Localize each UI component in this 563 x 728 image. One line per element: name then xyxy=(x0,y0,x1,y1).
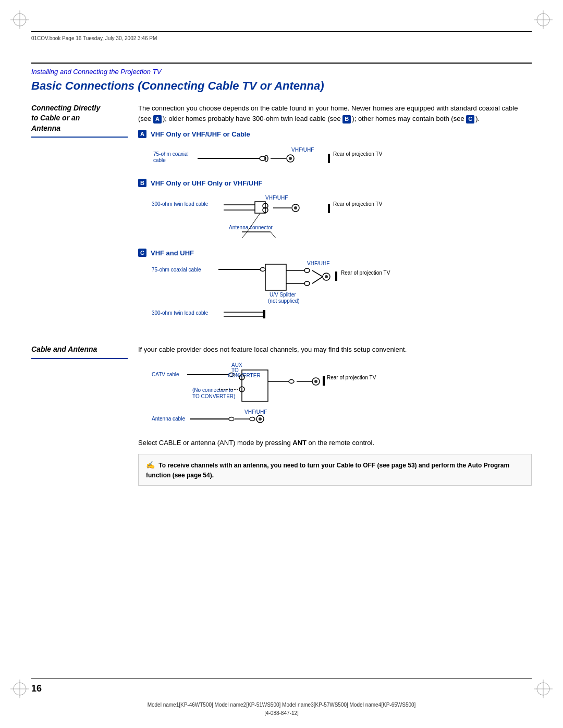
diagram-c-svg: 75-ohm coaxial cable U/V Splitter (not s… xyxy=(151,260,411,328)
diagram-a-area: 75-ohm coaxial cable xyxy=(151,141,532,172)
diagram-b-svg: 300-ohm twin lead cable xyxy=(151,190,401,242)
note-icon: ✍ xyxy=(146,460,155,471)
svg-text:VHF/UHF: VHF/UHF xyxy=(244,409,267,415)
section1-body: The connection you choose depends on the… xyxy=(138,103,532,125)
svg-point-49 xyxy=(304,281,310,286)
reg-mark-br xyxy=(533,678,554,699)
svg-text:CATV cable: CATV cable xyxy=(152,372,179,377)
svg-point-84 xyxy=(250,417,255,421)
diagram-c: C VHF and UHF 75-ohm coaxial cable U/V S… xyxy=(138,249,532,328)
svg-text:(No connection to: (No connection to xyxy=(192,387,234,393)
svg-text:Rear of projection TV: Rear of projection TV xyxy=(333,151,383,157)
svg-line-38 xyxy=(242,232,247,238)
diagram-b-title: VHF Only or UHF Only or VHF/UHF xyxy=(151,179,263,187)
svg-point-86 xyxy=(259,417,262,421)
svg-rect-79 xyxy=(323,376,325,386)
label-b: B xyxy=(342,115,351,124)
svg-line-39 xyxy=(271,232,276,238)
svg-rect-43 xyxy=(265,264,286,290)
label-c: C xyxy=(466,115,474,124)
svg-line-51 xyxy=(312,277,323,283)
svg-text:VHF/UHF: VHF/UHF xyxy=(291,147,314,153)
label-b-box: B xyxy=(138,179,146,187)
diagram-c-label: C VHF and UHF xyxy=(138,249,532,257)
svg-point-53 xyxy=(325,275,328,278)
page-container: 01COV.book Page 16 Tuesday, July 30, 200… xyxy=(0,0,563,728)
section1-right: The connection you choose depends on the… xyxy=(138,103,532,335)
svg-text:U/V Splitter: U/V Splitter xyxy=(270,292,296,298)
top-rule xyxy=(31,63,532,64)
footer-models: Model name1[KP-46WT500] Model name2[KP-5… xyxy=(0,701,563,718)
note-box: ✍ To receive channels with an antenna, y… xyxy=(138,454,532,486)
diagram-c-area: 75-ohm coaxial cable U/V Splitter (not s… xyxy=(151,260,532,328)
svg-text:Antenna connector: Antenna connector xyxy=(229,225,273,230)
diagram-a-svg: 75-ohm coaxial cable xyxy=(151,141,401,172)
diagram-a-title: VHF Only or VHF/UHF or Cable xyxy=(151,130,250,138)
header-bar: 01COV.book Page 16 Tuesday, July 30, 200… xyxy=(31,31,532,42)
svg-rect-34 xyxy=(328,204,330,213)
diagram-b-area: 300-ohm twin lead cable xyxy=(151,190,532,242)
label-a: A xyxy=(153,115,162,124)
label-c-box: C xyxy=(138,249,146,257)
svg-point-42 xyxy=(260,268,265,272)
svg-text:Antenna cable: Antenna cable xyxy=(152,416,185,422)
diagram-cable-antenna: CATV cable AUX TO CONVERTER xyxy=(151,361,532,434)
diagram-a-label: A VHF Only or VHF/UHF or Cable xyxy=(138,130,532,138)
section1-left: Connecting Directly to Cable or an Anten… xyxy=(31,103,128,335)
svg-text:75-ohm coaxial: 75-ohm coaxial xyxy=(153,151,189,157)
bottom-rule xyxy=(31,678,532,678)
reg-mark-bl xyxy=(9,678,30,699)
svg-rect-22 xyxy=(328,154,330,163)
select-text: Select CABLE or antenna (ANT) mode by pr… xyxy=(138,438,532,449)
section2-body: If your cable provider does not feature … xyxy=(138,344,532,355)
svg-text:Rear of projection TV: Rear of projection TV xyxy=(341,270,390,276)
breadcrumb: Installing and Connecting the Projection… xyxy=(31,68,532,76)
svg-point-31 xyxy=(294,206,297,209)
diagram-a: A VHF Only or VHF/UHF or Cable 75-ohm co… xyxy=(138,130,532,172)
svg-rect-56 xyxy=(335,272,337,281)
svg-text:TO CONVERTER): TO CONVERTER) xyxy=(192,393,235,399)
reg-mark-tr xyxy=(533,9,554,30)
svg-rect-60 xyxy=(263,310,265,318)
section2-left: Cable and Antenna xyxy=(31,344,128,486)
footer-part-number: [4-088-847-12] xyxy=(0,709,563,718)
svg-text:(not supplied): (not supplied) xyxy=(268,298,300,304)
label-a-box: A xyxy=(138,130,146,138)
svg-text:Rear of projection TV: Rear of projection TV xyxy=(327,375,376,380)
file-info: 01COV.book Page 16 Tuesday, July 30, 200… xyxy=(31,35,157,41)
svg-point-48 xyxy=(304,268,310,273)
svg-text:300-ohm twin lead cable: 300-ohm twin lead cable xyxy=(152,201,209,207)
section1-container: Connecting Directly to Cable or an Anten… xyxy=(31,103,532,335)
section1-left-title: Connecting Directly to Cable or an Anten… xyxy=(31,103,128,138)
diagram-b: B VHF Only or UHF Only or VHF/UHF 300-oh… xyxy=(138,179,532,242)
svg-text:cable: cable xyxy=(153,157,166,163)
svg-point-82 xyxy=(229,417,234,421)
page-number: 16 xyxy=(31,683,42,694)
cable-antenna-svg: CATV cable AUX TO CONVERTER xyxy=(151,361,411,434)
svg-point-77 xyxy=(314,380,317,383)
svg-text:VHF/UHF: VHF/UHF xyxy=(265,195,288,201)
svg-text:VHF/UHF: VHF/UHF xyxy=(307,261,329,266)
svg-point-16 xyxy=(265,155,268,162)
main-title: Basic Connections (Connecting Cable TV o… xyxy=(31,79,532,94)
section2-right: If your cable provider does not feature … xyxy=(138,344,532,486)
svg-text:300-ohm twin lead cable: 300-ohm twin lead cable xyxy=(152,310,209,316)
reg-mark-tl xyxy=(9,9,30,30)
main-content: Installing and Connecting the Projection… xyxy=(31,68,532,678)
svg-point-74 xyxy=(289,379,294,383)
footer-model-list: Model name1[KP-46WT500] Model name2[KP-5… xyxy=(0,701,563,709)
svg-text:Rear of projection TV: Rear of projection TV xyxy=(333,201,383,207)
section2-container: Cable and Antenna If your cable provider… xyxy=(31,344,532,486)
svg-point-19 xyxy=(289,157,292,160)
svg-line-50 xyxy=(312,270,323,277)
svg-text:75-ohm coaxial cable: 75-ohm coaxial cable xyxy=(152,267,201,273)
diagram-c-title: VHF and UHF xyxy=(151,249,194,257)
section2-left-title: Cable and Antenna xyxy=(31,344,128,359)
diagram-b-label: B VHF Only or UHF Only or VHF/UHF xyxy=(138,179,532,187)
